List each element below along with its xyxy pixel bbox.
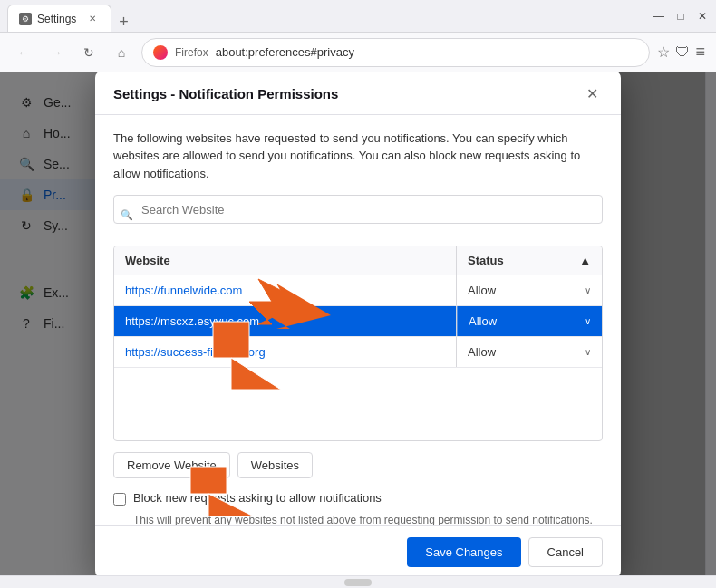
- website-url: https://mscxz.esyvuc.com: [114, 306, 457, 336]
- empty-table-area: [114, 368, 602, 440]
- tab-close-button[interactable]: ✕: [85, 12, 100, 26]
- status-dropdown-icon[interactable]: ∨: [585, 316, 591, 326]
- notification-permissions-dialog: Settings - Notification Permissions ✕ Th…: [95, 72, 621, 575]
- forward-button[interactable]: →: [44, 40, 69, 65]
- block-notifications-description: This will prevent any websites not liste…: [133, 513, 603, 525]
- shield-icon[interactable]: 🛡: [675, 44, 690, 61]
- horizontal-scrollbar-thumb: [344, 579, 372, 586]
- status-dropdown-icon[interactable]: ∨: [585, 347, 591, 357]
- website-status[interactable]: Allow ∨: [457, 306, 602, 336]
- browser-name-label: Firefox: [175, 46, 208, 59]
- save-changes-button[interactable]: Save Changes: [407, 537, 520, 567]
- bookmark-icon[interactable]: ☆: [657, 43, 670, 61]
- block-notifications-row: Block new requests asking to allow notif…: [113, 491, 603, 506]
- table-header: Website Status ▲: [114, 246, 602, 275]
- search-website-input[interactable]: [113, 195, 603, 224]
- column-status-header: Status ▲: [457, 246, 602, 275]
- sort-icon[interactable]: ▲: [579, 254, 591, 267]
- menu-icon[interactable]: ≡: [695, 43, 705, 62]
- window-controls: — □ ✕: [653, 10, 709, 23]
- close-button[interactable]: ✕: [696, 10, 709, 23]
- cancel-button[interactable]: Cancel: [528, 537, 603, 567]
- firefox-logo: [153, 45, 168, 60]
- website-action-buttons: Remove Website Websites: [113, 452, 603, 478]
- horizontal-scrollbar[interactable]: [0, 575, 716, 588]
- tab-area: ⚙ Settings ✕ +: [7, 0, 129, 32]
- table-row[interactable]: https://mscxz.esyvuc.com Allow ∨: [114, 306, 602, 337]
- status-dropdown-icon[interactable]: ∨: [585, 285, 591, 295]
- home-button[interactable]: ⌂: [109, 40, 134, 65]
- website-table: Website Status ▲ https://funnelwide.com …: [113, 246, 603, 441]
- modal-overlay: Settings - Notification Permissions ✕ Th…: [0, 72, 716, 575]
- reload-button[interactable]: ↻: [76, 40, 102, 65]
- table-row[interactable]: https://funnelwide.com Allow ∨: [114, 275, 602, 306]
- block-notifications-checkbox[interactable]: [113, 493, 126, 506]
- website-status[interactable]: Allow ∨: [457, 275, 602, 305]
- browser-window: ⚙ Settings ✕ + — □ ✕ ← → ↻ ⌂ Firefox abo…: [0, 0, 716, 588]
- maximize-button[interactable]: □: [674, 10, 687, 23]
- dialog-close-button[interactable]: ✕: [581, 83, 603, 105]
- website-url: https://funnelwide.com: [114, 275, 457, 305]
- dialog-header: Settings - Notification Permissions ✕: [95, 72, 621, 115]
- website-url: https://success-finance.org: [114, 337, 457, 367]
- address-bar[interactable]: Firefox about:preferences#privacy: [141, 38, 650, 67]
- table-row[interactable]: https://success-finance.org Allow ∨: [114, 337, 602, 368]
- dialog-description: The following websites have requested to…: [113, 130, 603, 183]
- status-value: Allow: [468, 345, 496, 359]
- status-value: Allow: [469, 314, 497, 328]
- page-content: ⚙ Ge... ⌂ Ho... 🔍 Se... 🔒 Pr... ↻ Sy... …: [0, 72, 716, 575]
- all-websites-button[interactable]: Websites: [237, 452, 313, 478]
- minimize-button[interactable]: —: [653, 10, 665, 23]
- title-bar: ⚙ Settings ✕ + — □ ✕: [0, 0, 716, 33]
- back-button[interactable]: ←: [11, 40, 36, 65]
- remove-website-button[interactable]: Remove Website: [113, 452, 230, 478]
- tab-title: Settings: [37, 13, 76, 25]
- new-tab-button[interactable]: +: [119, 13, 129, 32]
- active-tab[interactable]: ⚙ Settings ✕: [7, 5, 111, 32]
- status-value: Allow: [468, 284, 496, 297]
- nav-bar: ← → ↻ ⌂ Firefox about:preferences#privac…: [0, 33, 716, 72]
- tab-favicon: ⚙: [19, 13, 32, 25]
- dialog-footer: Save Changes Cancel: [95, 525, 621, 576]
- url-display: about:preferences#privacy: [216, 45, 354, 59]
- dialog-body: The following websites have requested to…: [95, 115, 621, 525]
- status-label: Status: [468, 254, 504, 267]
- dialog-title: Settings - Notification Permissions: [113, 86, 338, 101]
- column-website-header: Website: [114, 246, 457, 275]
- block-notifications-label[interactable]: Block new requests asking to allow notif…: [133, 491, 382, 505]
- website-status[interactable]: Allow ∨: [457, 337, 602, 367]
- nav-actions: ☆ 🛡 ≡: [657, 43, 705, 62]
- search-wrapper: [113, 195, 603, 235]
